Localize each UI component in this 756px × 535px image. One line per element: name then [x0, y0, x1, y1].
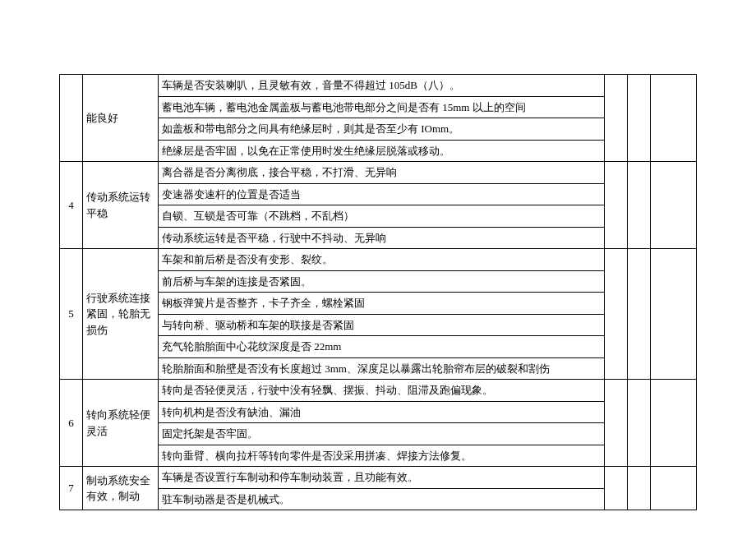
section-number: 5 [60, 249, 83, 380]
check-item-description: 蓄电池车辆，蓄电池金属盖板与蓄电池带电部分之间是否有 15mm 以上的空间 [159, 96, 605, 118]
check-item-description: 转向是否轻便灵活，行驶中没有轻飘、摆振、抖动、阻滞及跑偏现象。 [159, 380, 605, 402]
check-item-description: 车架和前后桥是否没有变形、裂纹。 [159, 249, 605, 271]
check-col-2 [628, 162, 651, 249]
check-col-3 [651, 75, 697, 162]
check-item-description: 传动系统运转是否平稳，行驶中不抖动、无异响 [159, 227, 605, 249]
check-item-description: 驻车制动器是否是机械式。 [159, 488, 605, 510]
check-col-3 [651, 249, 697, 380]
section-category: 转向系统轻便灵活 [83, 380, 159, 467]
check-item-description: 离合器是否分离彻底，接合平稳，不打滑、无异响 [159, 162, 605, 184]
table-row: 能良好车辆是否安装喇叭，且灵敏有效，音量不得超过 105dB（八）。 [60, 75, 697, 97]
check-item-description: 车辆是否设置行车制动和停车制动装置，且功能有效。 [159, 467, 605, 489]
check-item-description: 与转向桥、驱动桥和车架的联接是否紧固 [159, 314, 605, 336]
inspection-table: 能良好车辆是否安装喇叭，且灵敏有效，音量不得超过 105dB（八）。蓄电池车辆，… [59, 74, 697, 510]
section-number: 7 [60, 467, 83, 510]
section-number: 6 [60, 380, 83, 467]
check-item-description: 充气轮胎胎面中心花纹深度是否 22mm [159, 336, 605, 358]
check-col-2 [628, 249, 651, 380]
check-col-3 [651, 467, 697, 510]
check-item-description: 钢板弹簧片是否整齐，卡子齐全，螺栓紧固 [159, 293, 605, 315]
section-category: 传动系统运转平稳 [83, 162, 159, 249]
check-item-description: 自锁、互锁是否可靠（不跳档，不乱档） [159, 205, 605, 228]
check-item-description: 转向机构是否没有缺油、漏油 [159, 401, 605, 423]
check-col-3 [651, 162, 697, 249]
check-col-2 [628, 380, 651, 467]
check-col-2 [628, 75, 651, 162]
section-category: 制动系统安全有效，制动 [83, 467, 159, 510]
table-row: 7制动系统安全有效，制动车辆是否设置行车制动和停车制动装置，且功能有效。 [60, 467, 697, 489]
check-col-1 [605, 249, 628, 380]
check-item-description: 转向垂臂、横向拉杆等转向零件是否没采用拼凑、焊接方法修复。 [159, 445, 605, 467]
check-item-description: 固定托架是否牢固。 [159, 423, 605, 445]
check-item-description: 车辆是否安装喇叭，且灵敏有效，音量不得超过 105dB（八）。 [159, 75, 605, 97]
check-item-description: 变速器变速杆的位置是否适当 [159, 183, 605, 205]
check-item-description: 如盖板和带电部分之间具有绝缘层时，则其是否至少有 IOmm。 [159, 118, 605, 141]
check-item-description: 前后桥与车架的连接是否紧固。 [159, 270, 605, 293]
check-col-1 [605, 75, 628, 162]
check-col-1 [605, 467, 628, 510]
table-row: 4传动系统运转平稳离合器是否分离彻底，接合平稳，不打滑、无异响 [60, 162, 697, 184]
section-number: 4 [60, 162, 83, 249]
check-item-description: 绝缘层是否牢固，以免在正常使用时发生绝缘层脱落或移动。 [159, 140, 605, 162]
section-category: 能良好 [83, 75, 159, 162]
check-item-description: 轮胎胎面和胎壁是否没有长度超过 3mm、深度足以暴露出轮胎帘布层的破裂和割伤 [159, 357, 605, 380]
table-row: 5行驶系统连接紧固，轮胎无损伤车架和前后桥是否没有变形、裂纹。 [60, 249, 697, 271]
check-col-3 [651, 380, 697, 467]
table-row: 6转向系统轻便灵活转向是否轻便灵活，行驶中没有轻飘、摆振、抖动、阻滞及跑偏现象。 [60, 380, 697, 402]
check-col-1 [605, 162, 628, 249]
check-col-2 [628, 467, 651, 510]
section-number [60, 75, 83, 162]
check-col-1 [605, 380, 628, 467]
section-category: 行驶系统连接紧固，轮胎无损伤 [83, 249, 159, 380]
